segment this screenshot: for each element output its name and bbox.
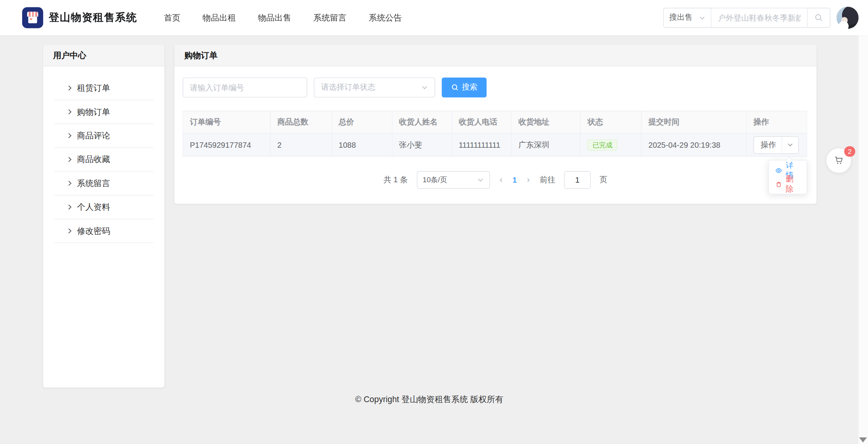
cart-float-button[interactable]: 2 [826,148,851,173]
prev-page-button[interactable]: ‹ [499,175,504,185]
cart-badge: 2 [844,146,856,157]
search-category-select[interactable]: 搜出售 [664,8,711,27]
search-icon [451,84,459,92]
footer-copyright: © Copyright 登山物资租售系统 版权所有 [0,394,859,405]
col-total: 总价 [332,111,392,133]
table-header-row: 订单编号 商品总数 总价 收货人姓名 收货人电话 收货地址 状态 提交时间 操作 [183,111,807,133]
nav-item-rent[interactable]: 物品出租 [192,0,247,35]
chevron-right-icon [66,109,73,115]
col-submitted-at: 提交时间 [642,111,747,133]
cell-quantity: 2 [271,133,332,157]
cell-status: 已完成 [581,133,642,157]
eye-icon [775,166,782,174]
cell-actions: 操作 [747,133,806,157]
order-no-input[interactable] [183,78,307,97]
chevron-right-icon [66,156,73,163]
goto-label: 前往 [540,175,555,185]
shopping-orders-panel: 购物订单 请选择订单状态 搜索 订单编号 商品总数 总价 收货人姓名 [174,45,816,204]
page-number-1[interactable]: 1 [513,176,517,185]
next-page-button[interactable]: › [526,175,531,185]
sidebar-title: 用户中心 [43,45,164,67]
chevron-down-icon [699,15,705,21]
chevron-down-icon [421,84,428,91]
cart-icon [833,154,845,166]
sidebar-item-product-comments[interactable]: 商品评论 [54,124,154,148]
col-address: 收货地址 [512,111,581,133]
sidebar-item-profile[interactable]: 个人资料 [54,195,154,219]
col-phone: 收货人电话 [452,111,512,133]
storefront-logo-icon [22,7,43,28]
top-navbar: 登山物资租售系统 首页 物品出租 物品出售 系统留言 系统公告 搜出售 [0,0,868,35]
sidebar-item-system-messages[interactable]: 系统留言 [54,172,154,195]
sidebar-item-rental-orders[interactable]: 租赁订单 [54,76,154,100]
cell-order-no: P1745929177874 [183,133,271,157]
sidebar-item-change-password[interactable]: 修改密码 [54,219,154,243]
chevron-right-icon [66,180,73,187]
user-avatar[interactable] [837,7,859,29]
col-quantity: 商品总数 [271,111,332,133]
cell-receiver: 张小斐 [392,133,452,157]
scrollbar-down-arrow-icon[interactable] [859,437,867,442]
user-center-sidebar: 用户中心 租赁订单 购物订单 商品评论 商品收藏 系统留言 [43,45,164,388]
sidebar-item-product-favorites[interactable]: 商品收藏 [54,148,154,171]
goto-page-input[interactable] [564,171,591,189]
cell-address: 广东深圳 [512,133,581,157]
menu-item-delete[interactable]: 删除 [769,177,806,191]
search-icon [814,13,823,22]
cell-submitted-at: 2025-04-29 20:19:38 [642,133,747,157]
nav-item-announcements[interactable]: 系统公告 [357,0,413,35]
cell-phone: 11111111111 [452,133,512,157]
col-status: 状态 [581,111,642,133]
panel-title: 购物订单 [174,45,816,67]
search-category-value: 搜出售 [669,13,692,23]
chevron-right-icon [66,204,73,210]
chevron-down-icon [782,142,798,148]
pagination: 共 1 条 10条/页 ‹ 1 › 前往 页 [183,171,808,189]
chevron-right-icon [66,228,73,234]
sidebar-menu: 租赁订单 购物订单 商品评论 商品收藏 系统留言 个人资料 [43,66,164,243]
topbar-search-button[interactable] [807,8,830,27]
nav-item-home[interactable]: 首页 [153,0,192,35]
status-badge: 已完成 [588,139,618,150]
row-action-menu: 详情 删除 [768,160,807,195]
order-status-select[interactable]: 请选择订单状态 [314,78,435,97]
nav-item-messages[interactable]: 系统留言 [302,0,358,35]
trash-icon [775,180,782,188]
sidebar-item-shopping-orders[interactable]: 购物订单 [54,100,154,124]
table-row: P1745929177874 2 1088 张小斐 11111111111 广东… [183,133,807,157]
cell-total: 1088 [332,133,392,157]
topbar-search-group: 搜出售 [663,8,830,28]
browser-scrollbar[interactable] [859,0,868,444]
orders-table: 订单编号 商品总数 总价 收货人姓名 收货人电话 收货地址 状态 提交时间 操作… [183,111,807,157]
page-size-select[interactable]: 10条/页 [417,171,490,189]
brand[interactable]: 登山物资租售系统 [22,7,137,28]
col-order-no: 订单编号 [183,111,271,133]
chevron-right-icon [66,85,73,91]
page: 登山物资租售系统 首页 物品出租 物品出售 系统留言 系统公告 搜出售 用户中心 [0,0,868,444]
main-nav: 首页 物品出租 物品出售 系统留言 系统公告 [153,0,413,35]
row-action-dropdown-button[interactable]: 操作 [754,136,799,154]
order-filter-row: 请选择订单状态 搜索 [183,78,808,97]
pagination-total: 共 1 条 [384,175,408,185]
topbar-search-input[interactable] [711,8,807,27]
chevron-down-icon [477,177,483,183]
col-actions: 操作 [747,111,806,133]
col-receiver: 收货人姓名 [392,111,452,133]
goto-suffix: 页 [599,175,607,185]
site-title: 登山物资租售系统 [49,10,137,25]
chevron-right-icon [66,132,73,139]
nav-item-sell[interactable]: 物品出售 [247,0,302,35]
search-button[interactable]: 搜索 [442,78,487,97]
